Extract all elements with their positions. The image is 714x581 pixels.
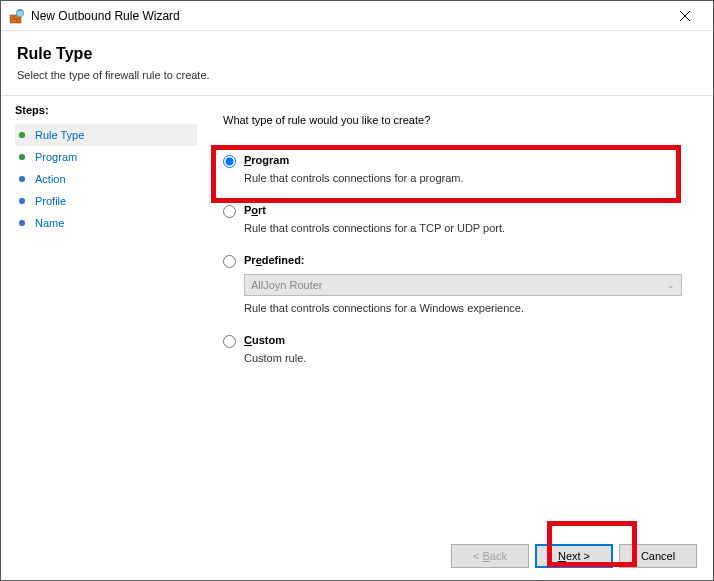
option-custom-label: Custom bbox=[244, 334, 285, 346]
option-program-label: Program bbox=[244, 154, 289, 166]
page-subtitle: Select the type of firewall rule to crea… bbox=[17, 69, 697, 81]
chevron-down-icon: ⌄ bbox=[667, 280, 675, 290]
option-port-desc: Rule that controls connections for a TCP… bbox=[244, 222, 687, 234]
sidebar-item-label: Program bbox=[35, 151, 77, 163]
wizard-header: Rule Type Select the type of firewall ru… bbox=[1, 31, 713, 96]
steps-sidebar: Steps: Rule Type Program Action Profile … bbox=[1, 96, 197, 536]
back-button: < Back bbox=[451, 544, 529, 568]
close-icon bbox=[680, 11, 690, 21]
question-text: What type of rule would you like to crea… bbox=[223, 114, 687, 126]
close-button[interactable] bbox=[665, 2, 705, 30]
sidebar-item-profile[interactable]: Profile bbox=[15, 190, 197, 212]
sidebar-item-name[interactable]: Name bbox=[15, 212, 197, 234]
option-port: Port Rule that controls connections for … bbox=[223, 204, 687, 234]
option-port-label: Port bbox=[244, 204, 266, 216]
sidebar-item-action[interactable]: Action bbox=[15, 168, 197, 190]
option-predefined: Predefined: AllJoyn Router ⌄ Rule that c… bbox=[223, 254, 687, 314]
svg-point-5 bbox=[17, 10, 23, 16]
predefined-select-value: AllJoyn Router bbox=[251, 279, 323, 291]
option-custom: Custom Custom rule. bbox=[223, 334, 687, 364]
predefined-select: AllJoyn Router ⌄ bbox=[244, 274, 682, 296]
sidebar-item-program[interactable]: Program bbox=[15, 146, 197, 168]
radio-custom[interactable] bbox=[223, 335, 236, 348]
sidebar-item-label: Rule Type bbox=[35, 129, 84, 141]
rule-type-options: Program Rule that controls connections f… bbox=[223, 154, 687, 364]
radio-port[interactable] bbox=[223, 205, 236, 218]
bullet-icon bbox=[19, 220, 25, 226]
content-area: Steps: Rule Type Program Action Profile … bbox=[1, 96, 713, 536]
option-predefined-desc: Rule that controls connections for a Win… bbox=[244, 302, 687, 314]
bullet-icon bbox=[19, 176, 25, 182]
sidebar-item-label: Profile bbox=[35, 195, 66, 207]
bullet-icon bbox=[19, 198, 25, 204]
bullet-icon bbox=[19, 154, 25, 160]
option-predefined-label: Predefined: bbox=[244, 254, 305, 266]
wizard-footer: < Back Next > Cancel bbox=[451, 544, 697, 568]
radio-predefined[interactable] bbox=[223, 255, 236, 268]
option-custom-desc: Custom rule. bbox=[244, 352, 687, 364]
page-title: Rule Type bbox=[17, 45, 697, 63]
cancel-button[interactable]: Cancel bbox=[619, 544, 697, 568]
next-button[interactable]: Next > bbox=[535, 544, 613, 568]
wizard-window: New Outbound Rule Wizard Rule Type Selec… bbox=[0, 0, 714, 581]
radio-program[interactable] bbox=[223, 155, 236, 168]
option-program: Program Rule that controls connections f… bbox=[223, 154, 687, 184]
steps-title: Steps: bbox=[15, 104, 197, 116]
option-program-desc: Rule that controls connections for a pro… bbox=[244, 172, 687, 184]
sidebar-item-label: Name bbox=[35, 217, 64, 229]
sidebar-item-rule-type[interactable]: Rule Type bbox=[15, 124, 197, 146]
titlebar: New Outbound Rule Wizard bbox=[1, 1, 713, 31]
sidebar-item-label: Action bbox=[35, 173, 66, 185]
bullet-icon bbox=[19, 132, 25, 138]
window-title: New Outbound Rule Wizard bbox=[31, 9, 665, 23]
firewall-icon bbox=[9, 8, 25, 24]
main-panel: What type of rule would you like to crea… bbox=[197, 96, 713, 536]
